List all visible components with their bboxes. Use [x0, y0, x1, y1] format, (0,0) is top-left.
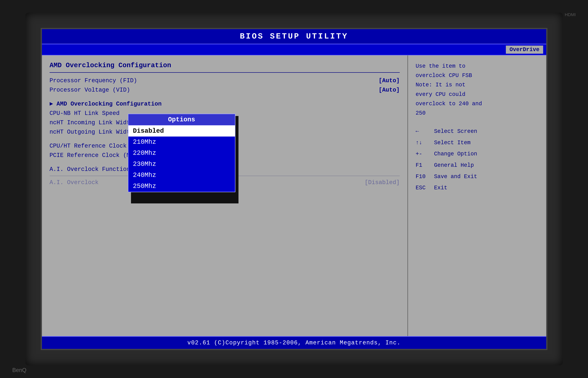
vid-value: [Auto] [379, 87, 400, 93]
left-panel: AMD Overclocking Configuration Processor… [42, 55, 408, 336]
shortcut-desc-esc: Exit [434, 184, 539, 192]
nav-tab-overdrive[interactable]: OverDrive [506, 46, 543, 54]
shortcut-desc-f1: General Help [434, 161, 539, 170]
shortcut-key-esc: ESC [416, 184, 434, 192]
option-disabled[interactable]: Disabled [128, 125, 235, 136]
shortcut-select-screen: ← Select Screen [416, 127, 539, 136]
section-title: AMD Overclocking Configuration [50, 62, 400, 69]
amd-oc-submenu[interactable]: ► AMD Overclocking Configuration [50, 101, 400, 107]
shortcut-key-arrow: ← [416, 127, 434, 136]
setting-row-vid[interactable]: Processor Voltage (VID) [Auto] [50, 87, 400, 93]
title-text: BIOS SETUP UTILITY [240, 32, 348, 41]
right-panel-description: Use the item to overclock CPU FSB Note: … [416, 62, 539, 118]
fid-value: [Auto] [379, 77, 400, 84]
gap1 [50, 96, 400, 101]
popup-title: Options [128, 114, 235, 125]
section-divider [50, 72, 400, 73]
shortcut-f1: F1 General Help [416, 161, 539, 170]
option-230mhz[interactable]: 230Mhz [128, 159, 235, 170]
main-content: AMD Overclocking Configuration Processor… [42, 55, 546, 336]
shortcut-change-option: +- Change Option [416, 149, 539, 159]
option-210mhz[interactable]: 210Mhz [128, 136, 235, 148]
monitor-brand-label: BenQ [12, 367, 26, 373]
shortcut-desc-option: Change Option [434, 149, 539, 159]
shortcut-desc-screen: Select Screen [434, 127, 539, 136]
shortcut-desc-item: Select Item [434, 138, 539, 147]
fid-label: Processor Frequency (FID) [50, 77, 137, 84]
shortcut-key-f1: F1 [416, 161, 434, 170]
shortcut-esc: ESC Exit [416, 184, 539, 192]
option-250mhz[interactable]: 250Mhz [128, 181, 235, 192]
monitor-bezel: HDMI BIOS SETUP UTILITY OverDrive AMD Ov… [25, 13, 563, 365]
shortcut-key-f10: F10 [416, 172, 434, 181]
shortcut-select-item: ↑↓ Select Item [416, 138, 539, 147]
nav-bar: OverDrive [42, 44, 546, 55]
shortcut-key-ud: ↑↓ [416, 138, 434, 147]
shortcut-f10: F10 Save and Exit [416, 172, 539, 181]
footer-text: v02.61 (C)Copyright 1985-2006, American … [187, 339, 401, 346]
ai-overclock-value: [Disabled] [365, 179, 400, 186]
shortcut-desc-f10: Save and Exit [434, 172, 539, 181]
option-240mhz[interactable]: 240Mhz [128, 170, 235, 181]
shortcuts-section: ← Select Screen ↑↓ Select Item +- Change… [416, 127, 539, 192]
option-220mhz[interactable]: 220Mhz [128, 148, 235, 159]
ai-overclock-label: A.I. Overclock [50, 179, 99, 186]
hdmi-label: HDMI [565, 12, 576, 17]
vid-label: Processor Voltage (VID) [50, 87, 130, 93]
title-bar: BIOS SETUP UTILITY [42, 29, 546, 44]
right-panel: Use the item to overclock CPU FSB Note: … [408, 55, 546, 336]
footer-bar: v02.61 (C)Copyright 1985-2006, American … [42, 336, 546, 349]
options-popup: Options Disabled 210Mhz 220Mhz 230Mhz 24… [128, 114, 235, 192]
bios-screen: BIOS SETUP UTILITY OverDrive AMD Overclo… [41, 28, 547, 350]
shortcut-key-pm: +- [416, 149, 434, 159]
setting-row-fid[interactable]: Processor Frequency (FID) [Auto] [50, 77, 400, 84]
